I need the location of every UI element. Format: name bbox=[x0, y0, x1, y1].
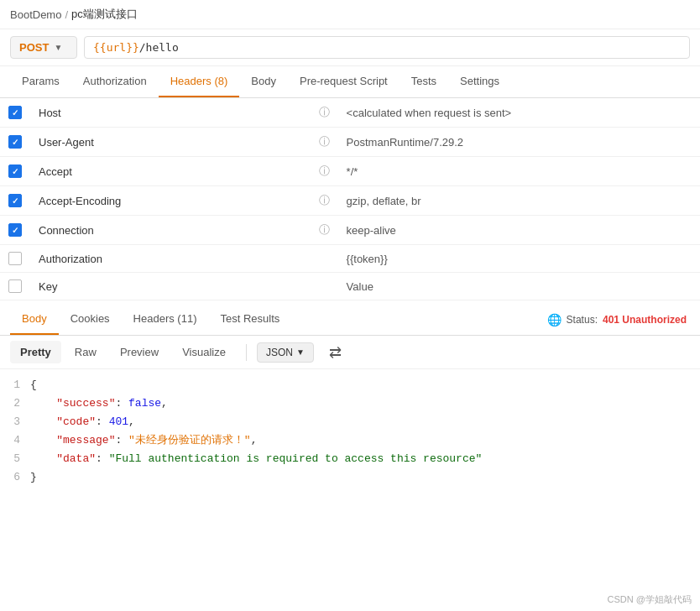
response-tabs-row: Body Cookies Headers (11) Test Results 🌐… bbox=[0, 304, 700, 336]
accept-value: */* bbox=[338, 157, 700, 186]
body-toolbar: Pretty Raw Preview Visualize JSON ▼ ⇄ bbox=[0, 336, 700, 369]
tab-settings[interactable]: Settings bbox=[448, 66, 511, 97]
tab-pretty[interactable]: Pretty bbox=[10, 341, 61, 363]
method-select[interactable]: POST ▼ bbox=[10, 36, 77, 59]
useragent-value: PostmanRuntime/7.29.2 bbox=[338, 128, 700, 157]
tab-pre-request[interactable]: Pre-request Script bbox=[288, 66, 400, 97]
response-status: 🌐 Status: 401 Unauthorized bbox=[547, 313, 690, 326]
line-number: 1 bbox=[0, 376, 30, 394]
table-row: Accept-Encoding ⓘ gzip, deflate, br bbox=[0, 186, 700, 216]
info-icon[interactable]: ⓘ bbox=[319, 135, 330, 148]
accept-key: Accept bbox=[30, 157, 311, 186]
code-line-6: 6 } bbox=[0, 468, 700, 487]
new-value-field[interactable]: Value bbox=[338, 273, 700, 300]
headers-section: Host ⓘ <calculated when request is sent>… bbox=[0, 98, 700, 300]
url-prefix: {{url}} bbox=[93, 41, 139, 54]
method-label: POST bbox=[19, 41, 49, 54]
response-body-code: 1 { 2 "success": false, 3 "code": 401, 4… bbox=[0, 369, 700, 494]
new-key-field[interactable]: Key bbox=[30, 273, 311, 300]
tab-cookies[interactable]: Cookies bbox=[59, 304, 122, 335]
acceptenc-key: Accept-Encoding bbox=[30, 186, 311, 216]
globe-icon: 🌐 bbox=[547, 313, 562, 326]
authorization-key: Authorization bbox=[30, 245, 311, 273]
breadcrumb-current: pc端测试接口 bbox=[71, 7, 138, 22]
code-line-1: 1 { bbox=[0, 376, 700, 394]
json-format-dropdown[interactable]: JSON ▼ bbox=[257, 342, 314, 363]
host-checkbox[interactable] bbox=[8, 106, 22, 119]
accept-checkbox[interactable] bbox=[8, 164, 22, 178]
info-icon[interactable]: ⓘ bbox=[319, 223, 330, 236]
breadcrumb-sep: / bbox=[65, 8, 68, 21]
tab-visualize[interactable]: Visualize bbox=[172, 341, 236, 363]
info-icon[interactable]: ⓘ bbox=[319, 106, 330, 118]
authorization-checkbox[interactable] bbox=[8, 252, 22, 265]
table-row: Key Value bbox=[0, 273, 700, 300]
url-bar: POST ▼ {{url}}/hello bbox=[0, 29, 700, 66]
breadcrumb-app[interactable]: BootDemo bbox=[10, 8, 61, 21]
tab-body[interactable]: Body bbox=[239, 66, 288, 97]
chevron-down-icon: ▼ bbox=[296, 347, 305, 357]
url-suffix: /hello bbox=[139, 41, 179, 54]
table-row: User-Agent ⓘ PostmanRuntime/7.29.2 bbox=[0, 128, 700, 157]
code-content: "message": "未经身份验证的请求！", bbox=[30, 431, 700, 450]
tab-test-results[interactable]: Test Results bbox=[208, 304, 291, 335]
acceptenc-checkbox[interactable] bbox=[8, 194, 22, 207]
acceptenc-value: gzip, deflate, br bbox=[338, 186, 700, 216]
status-label: Status: bbox=[567, 314, 598, 326]
line-number: 4 bbox=[0, 431, 30, 450]
headers-table: Host ⓘ <calculated when request is sent>… bbox=[0, 98, 700, 300]
code-content: "code": 401, bbox=[30, 413, 700, 431]
table-row: Host ⓘ <calculated when request is sent> bbox=[0, 98, 700, 128]
line-number: 3 bbox=[0, 413, 30, 431]
useragent-checkbox[interactable] bbox=[8, 135, 22, 149]
table-row: Connection ⓘ keep-alive bbox=[0, 216, 700, 245]
line-number: 2 bbox=[0, 394, 30, 413]
json-format-label: JSON bbox=[266, 347, 293, 358]
code-line-3: 3 "code": 401, bbox=[0, 413, 700, 431]
tab-preview[interactable]: Preview bbox=[110, 341, 169, 363]
tab-tests[interactable]: Tests bbox=[400, 66, 448, 97]
code-line-5: 5 "data": "Full authentication is requir… bbox=[0, 450, 700, 468]
table-row: Authorization {{token}} bbox=[0, 245, 700, 273]
table-row: Accept ⓘ */* bbox=[0, 157, 700, 186]
code-content: "success": false, bbox=[30, 394, 700, 413]
tab-raw[interactable]: Raw bbox=[65, 341, 107, 363]
request-tabs-row: Params Authorization Headers (8) Body Pr… bbox=[0, 66, 700, 98]
host-key: Host bbox=[30, 98, 311, 128]
breadcrumb: BootDemo / pc端测试接口 bbox=[0, 0, 700, 29]
url-display[interactable]: {{url}}/hello bbox=[84, 36, 690, 59]
wrap-icon[interactable]: ⇄ bbox=[324, 342, 347, 363]
authorization-value: {{token}} bbox=[338, 245, 700, 273]
code-content: "data": "Full authentication is required… bbox=[30, 450, 700, 468]
host-value: <calculated when request is sent> bbox=[338, 98, 700, 128]
code-content: } bbox=[30, 468, 700, 487]
code-content: { bbox=[30, 376, 700, 394]
tab-headers[interactable]: Headers (8) bbox=[159, 66, 240, 97]
tab-params[interactable]: Params bbox=[10, 66, 71, 97]
status-value: 401 Unauthorized bbox=[603, 314, 687, 326]
info-icon[interactable]: ⓘ bbox=[319, 164, 330, 177]
connection-key: Connection bbox=[30, 216, 311, 245]
line-number: 5 bbox=[0, 450, 30, 468]
connection-checkbox[interactable] bbox=[8, 223, 22, 237]
chevron-down-icon: ▼ bbox=[54, 43, 62, 52]
code-line-4: 4 "message": "未经身份验证的请求！", bbox=[0, 431, 700, 450]
code-line-2: 2 "success": false, bbox=[0, 394, 700, 413]
info-icon[interactable]: ⓘ bbox=[319, 194, 330, 206]
tab-headers-response[interactable]: Headers (11) bbox=[122, 304, 209, 335]
tab-authorization[interactable]: Authorization bbox=[71, 66, 159, 97]
connection-value: keep-alive bbox=[338, 216, 700, 245]
new-row-checkbox[interactable] bbox=[8, 279, 22, 293]
line-number: 6 bbox=[0, 468, 30, 487]
useragent-key: User-Agent bbox=[30, 128, 311, 157]
tab-body-response[interactable]: Body bbox=[10, 304, 59, 335]
